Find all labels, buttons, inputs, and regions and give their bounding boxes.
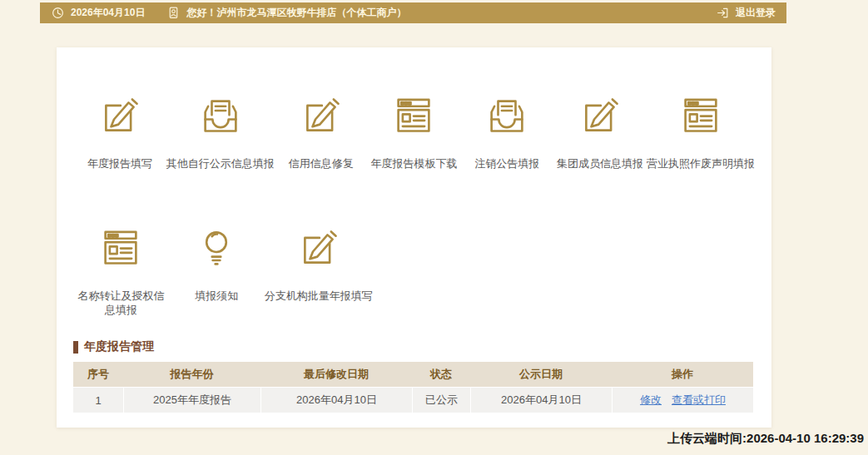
topbar-date-group: 2026年04月10日 (51, 6, 145, 20)
logout-button[interactable]: 退出登录 (716, 6, 776, 20)
table-header-row: 序号 报告年份 最后修改日期 状态 公示日期 操作 (73, 362, 753, 387)
user-icon (166, 6, 181, 20)
launcher-label: 注销公告填报 (474, 156, 539, 171)
launcher-label: 名称转让及授权信息填报 (73, 289, 169, 317)
edit-icon (577, 93, 623, 140)
main-card: 年度报告填写 其他自行公示信息填报 信用信息修复 年度报告模板下载 注销公告填报… (57, 47, 771, 428)
launcher-label: 年度报告模板下载 (370, 156, 457, 171)
header-report-year: 报告年份 (123, 362, 260, 387)
cell-status: 已公示 (412, 388, 470, 413)
header-last-modified: 最后修改日期 (260, 362, 412, 387)
launcher-item-branch-batch-annual-report[interactable]: 分支机构批量年报填写 (265, 225, 373, 317)
launcher-label: 营业执照作废声明填报 (647, 156, 755, 171)
launcher-label: 信用信息修复 (289, 156, 354, 171)
bulb-icon (193, 225, 240, 272)
launcher-item-cancellation-notice[interactable]: 注销公告填报 (460, 93, 553, 171)
header-actions: 操作 (612, 362, 753, 387)
topbar-greeting-group: 您好！泸州市龙马潭区牧野牛排店（个体工商户） (166, 6, 406, 20)
launcher-label: 填报须知 (195, 289, 238, 303)
current-date: 2026年04月10日 (71, 6, 145, 20)
launcher-item-credit-repair[interactable]: 信用信息修复 (275, 93, 368, 171)
cell-publish-date: 2026年04月10日 (470, 388, 612, 413)
launcher-label: 分支机构批量年报填写 (265, 289, 373, 303)
launcher-label: 集团成员信息填报 (557, 156, 643, 171)
annual-report-table: 序号 报告年份 最后修改日期 状态 公示日期 操作 1 2025年年度报告 20… (73, 362, 753, 413)
clock-icon (51, 6, 65, 20)
cell-report-year: 2025年年度报告 (123, 388, 260, 413)
browser-icon (677, 93, 724, 140)
edit-icon (295, 225, 342, 272)
edit-icon (298, 93, 345, 140)
section-title: 年度报告管理 (73, 339, 755, 354)
upload-cloud-time: 上传云端时间:2026-04-10 16:29:39 (667, 431, 864, 447)
launcher-row-2: 名称转让及授权信息填报 填报须知 分支机构批量年报填写 (73, 225, 755, 317)
launcher-item-filing-instructions[interactable]: 填报须知 (169, 225, 265, 317)
launcher-item-annual-report-fill[interactable]: 年度报告填写 (73, 93, 166, 171)
topbar: 2026年04月10日 您好！泸州市龙马潭区牧野牛排店（个体工商户） 退出登录 (40, 2, 786, 23)
header-seq: 序号 (73, 362, 123, 387)
inbox-icon (484, 93, 530, 140)
header-status: 状态 (412, 362, 470, 387)
annual-report-management-section: 年度报告管理 序号 报告年份 最后修改日期 状态 公示日期 操作 1 2025年… (73, 339, 755, 413)
header-publish-date: 公示日期 (470, 362, 612, 387)
launcher-item-report-template-download[interactable]: 年度报告模板下载 (368, 93, 461, 171)
cell-last-modified: 2026年04月10日 (260, 388, 412, 413)
cell-actions: 修改 查看或打印 (612, 388, 753, 413)
launcher-label: 年度报告填写 (87, 156, 152, 171)
inbox-icon (197, 93, 244, 140)
launcher-item-other-publicity-info[interactable]: 其他自行公示信息填报 (166, 93, 275, 171)
cell-seq: 1 (73, 388, 123, 413)
table-row: 1 2025年年度报告 2026年04月10日 已公示 2026年04月10日 … (73, 388, 753, 413)
launcher-item-group-member-info[interactable]: 集团成员信息填报 (553, 93, 647, 171)
section-marker (73, 341, 78, 354)
section-title-text: 年度报告管理 (84, 339, 154, 354)
launcher-item-license-void-declaration[interactable]: 营业执照作废声明填报 (647, 93, 755, 171)
logout-label: 退出登录 (736, 6, 776, 20)
modify-link[interactable]: 修改 (640, 393, 662, 408)
logout-icon (716, 6, 730, 20)
launcher-item-name-transfer-authorization[interactable]: 名称转让及授权信息填报 (73, 225, 169, 317)
edit-icon (97, 93, 143, 140)
view-or-print-link[interactable]: 查看或打印 (672, 393, 726, 408)
user-greeting: 您好！泸州市龙马潭区牧野牛排店（个体工商户） (186, 6, 406, 20)
browser-icon (390, 93, 437, 140)
browser-icon (97, 225, 144, 272)
launcher-label: 其他自行公示信息填报 (166, 156, 275, 171)
launcher-row-1: 年度报告填写 其他自行公示信息填报 信用信息修复 年度报告模板下载 注销公告填报… (73, 93, 755, 171)
